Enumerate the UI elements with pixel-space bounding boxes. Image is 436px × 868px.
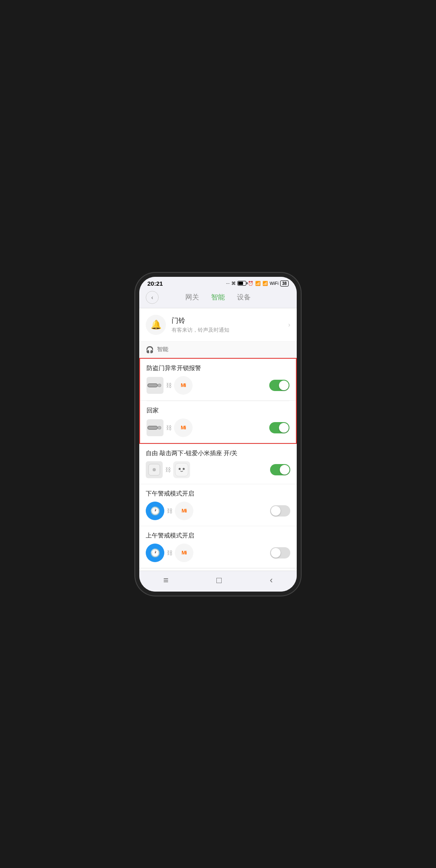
button-device-icon	[146, 461, 163, 478]
nav-tabs: 网关 智能 设备	[159, 293, 277, 302]
smart-item-3-title: 自由 敲击两下-钮爱小米插座 开/关	[146, 450, 290, 457]
smart-item-4-devices: 🕐 ⛓ Mi	[146, 502, 193, 520]
wifi-icon: WiFi	[270, 281, 279, 286]
signal2-icon: 📶	[262, 281, 268, 286]
section-header: 🎧 智能	[139, 342, 297, 358]
smart-item-1-row: ⛓ Mi	[147, 376, 289, 395]
smart-item-2-row: ⛓ Mi	[147, 418, 289, 437]
smart-item-1-devices: ⛓ Mi	[147, 376, 193, 395]
svg-point-5	[158, 426, 161, 429]
smart-item-3[interactable]: 自由 敲击两下-钮爱小米插座 开/关 ⛓	[139, 444, 297, 484]
battery-percent: 38	[280, 280, 289, 287]
chevron-right-icon: ›	[288, 321, 290, 328]
highlighted-items-container: 防盗门异常开锁报警 ⛓ Mi	[139, 358, 297, 444]
svg-point-2	[158, 384, 161, 387]
smart-item-3-row: ⛓	[146, 461, 290, 478]
lock-device-icon	[147, 377, 164, 394]
smart-item-2-toggle[interactable]	[269, 422, 289, 433]
mi-hub-icon-2: Mi	[174, 418, 193, 437]
smart-item-3-toggle[interactable]	[270, 464, 290, 475]
tab-gateway[interactable]: 网关	[185, 293, 199, 302]
toggle-thumb-4	[271, 506, 281, 516]
headphones-icon: 🎧	[146, 346, 154, 353]
smart-item-4-row: 🕐 ⛓ Mi	[146, 502, 290, 520]
smart-item-4-toggle[interactable]	[270, 505, 290, 517]
nav-bar: ‹ 网关 智能 设备	[139, 289, 297, 308]
doorbell-subtitle: 有客来访，铃声及时通知	[172, 326, 288, 334]
smart-item-5-devices: 🕐 ⛓ Mi	[146, 544, 193, 562]
toggle-thumb-5	[271, 548, 281, 558]
svg-rect-8	[175, 463, 188, 476]
clock-blue-icon-4: 🕐	[146, 502, 164, 520]
smart-item-1[interactable]: 防盗门异常开锁报警 ⛓ Mi	[140, 359, 296, 401]
tab-smart[interactable]: 智能	[211, 293, 225, 302]
back-button[interactable]: ‹	[146, 291, 159, 304]
smart-item-5[interactable]: 上午警戒模式开启 🕐 ⛓ Mi	[139, 526, 297, 568]
back-nav-icon[interactable]: ‹	[270, 575, 272, 586]
doorbell-section[interactable]: 🔔 门铃 有客来访，铃声及时通知 ›	[139, 308, 297, 342]
toggle-thumb-2	[279, 423, 289, 433]
svg-point-7	[153, 468, 156, 471]
battery-icon	[237, 281, 246, 286]
mi-hub-icon-5: Mi	[175, 544, 193, 562]
chain-icon-3: ⛓	[165, 466, 171, 473]
section-header-label: 智能	[157, 346, 168, 353]
smart-item-4[interactable]: 下午警戒模式开启 🕐 ⛓ Mi	[139, 484, 297, 526]
svg-point-9	[179, 468, 181, 470]
phone-frame: 20:21 ··· ⌘ ⏰ 📶 📶 WiFi 38 ‹ 网关 智能 设备 �	[139, 277, 297, 592]
signal1-icon: 📶	[255, 281, 261, 286]
tab-device[interactable]: 设备	[237, 293, 251, 302]
svg-rect-4	[148, 427, 157, 429]
doorbell-title: 门铃	[172, 316, 288, 325]
lock-device-icon-2	[147, 419, 164, 436]
bottom-nav: ≡ □ ‹	[139, 571, 297, 592]
smart-item-2[interactable]: 回家 ⛓ Mi	[140, 401, 296, 443]
status-icons: ··· ⌘ ⏰ 📶 📶 WiFi 38	[226, 280, 289, 287]
smart-item-1-title: 防盗门异常开锁报警	[147, 364, 289, 372]
status-bar: 20:21 ··· ⌘ ⏰ 📶 📶 WiFi 38	[139, 277, 297, 289]
menu-nav-icon[interactable]: ≡	[163, 575, 168, 586]
chain-icon-5: ⛓	[167, 550, 172, 556]
svg-rect-1	[148, 384, 157, 387]
main-content: 🔔 门铃 有客来访，铃声及时通知 › 🎧 智能 防盗门异常开锁报警	[139, 308, 297, 571]
socket-device-icon	[173, 461, 190, 478]
toggle-thumb-1	[279, 381, 289, 390]
toggle-thumb-3	[280, 465, 289, 475]
smart-item-4-title: 下午警戒模式开启	[146, 490, 290, 498]
chain-icon-4: ⛓	[167, 508, 172, 514]
chain-icon-1: ⛓	[166, 382, 172, 389]
mi-hub-icon-4: Mi	[175, 502, 193, 520]
smart-item-5-toggle[interactable]	[270, 547, 290, 558]
mi-hub-icon-1: Mi	[174, 376, 193, 395]
back-arrow-icon: ‹	[151, 294, 153, 301]
doorbell-icon: 🔔	[146, 315, 166, 335]
alarm-icon: ⏰	[248, 281, 254, 286]
home-nav-icon[interactable]: □	[216, 575, 222, 586]
smart-item-3-devices: ⛓	[146, 461, 190, 478]
chain-icon-2: ⛓	[166, 425, 172, 431]
smart-item-5-row: 🕐 ⛓ Mi	[146, 544, 290, 562]
smart-item-5-title: 上午警戒模式开启	[146, 532, 290, 540]
smart-item-2-devices: ⛓ Mi	[147, 418, 193, 437]
smart-item-2-title: 回家	[147, 407, 289, 414]
svg-point-10	[183, 468, 185, 470]
bluetooth-icon: ⌘	[231, 281, 236, 286]
clock-blue-icon-5: 🕐	[146, 544, 164, 562]
dots-icon: ···	[226, 281, 230, 286]
doorbell-text: 门铃 有客来访，铃声及时通知	[172, 316, 288, 334]
status-time: 20:21	[147, 280, 163, 287]
smart-item-1-toggle[interactable]	[269, 380, 289, 391]
